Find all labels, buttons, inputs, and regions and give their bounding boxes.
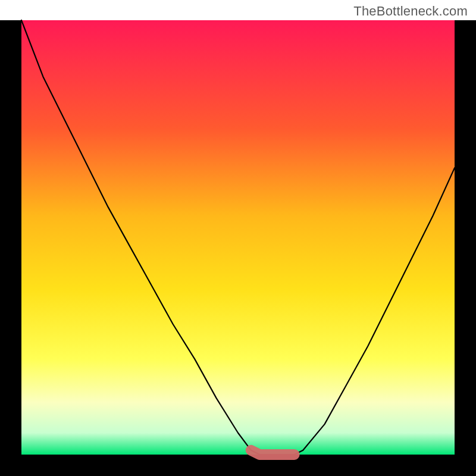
chart-svg bbox=[0, 0, 476, 476]
svg-rect-2 bbox=[21, 20, 455, 455]
chart-container: TheBottleneck.com bbox=[0, 0, 476, 476]
plot-area bbox=[0, 0, 476, 476]
watermark-text: TheBottleneck.com bbox=[353, 4, 468, 19]
sweet-spot-highlight bbox=[251, 450, 295, 455]
